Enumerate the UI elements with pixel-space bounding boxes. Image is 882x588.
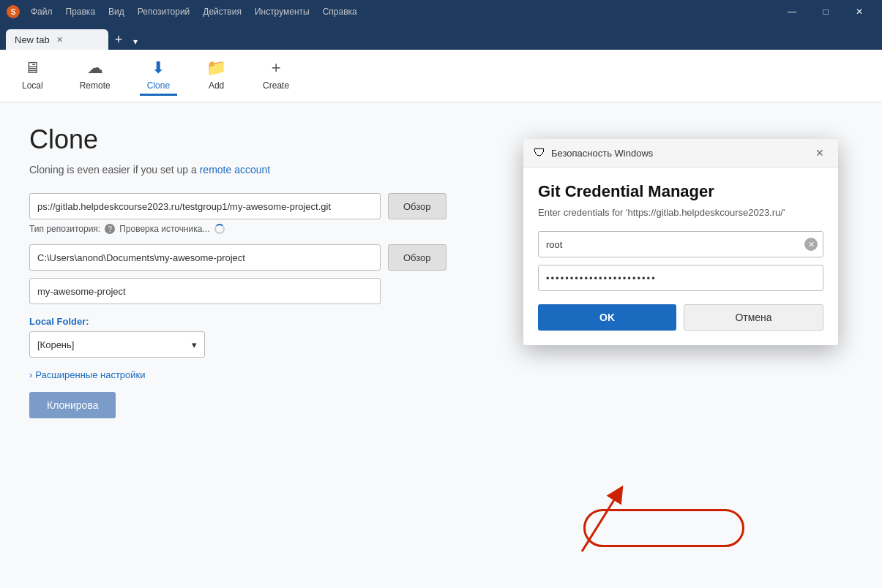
toolbar-clone[interactable]: ⬇ Clone (140, 56, 177, 96)
tab-label: New tab (15, 34, 50, 45)
toolbar-create[interactable]: + Create (255, 56, 296, 96)
dialog-subtitle: Enter credentials for 'https://gitlab.he… (538, 207, 823, 218)
username-input[interactable] (538, 231, 823, 257)
dialog-titlebar: 🛡 Безопасность Windows ✕ (523, 139, 838, 167)
tab-bar: New tab ✕ + ▾ (0, 23, 882, 50)
menu-repository[interactable]: Репозиторий (132, 4, 196, 20)
repo-name-input[interactable] (29, 278, 381, 304)
arrow-annotation-ok (560, 471, 648, 559)
minimize-button[interactable]: — (775, 0, 809, 23)
repo-type-label: Тип репозитория: (29, 224, 100, 234)
toolbar-create-label: Create (263, 80, 289, 91)
menu-help[interactable]: Справка (317, 4, 363, 20)
menu-edit[interactable]: Правка (60, 4, 102, 20)
window-controls: — □ ✕ (775, 0, 876, 23)
dialog-body: Git Credential Manager Enter credentials… (523, 167, 838, 345)
toolbar-remote[interactable]: ☁ Remote (72, 56, 118, 96)
password-input[interactable] (538, 265, 823, 291)
tab-close-button[interactable]: ✕ (54, 34, 66, 45)
menu-view[interactable]: Вид (102, 4, 130, 20)
shield-icon: 🛡 (534, 146, 545, 159)
url-input[interactable] (29, 193, 381, 219)
add-icon: 📁 (206, 59, 226, 78)
chevron-right-icon: › (29, 369, 32, 380)
remote-icon: ☁ (87, 59, 103, 78)
maximize-button[interactable]: □ (809, 0, 842, 23)
content-area: 🖥 Local ☁ Remote ⬇ Clone 📁 Add + Create … (0, 50, 882, 588)
ok-button-circle (583, 509, 744, 547)
clear-username-button[interactable]: ✕ (804, 238, 818, 251)
advanced-toggle[interactable]: › Расширенные настройки (29, 369, 853, 380)
new-tab-button[interactable]: + (108, 29, 129, 50)
folder-select-chevron: ▾ (192, 339, 197, 350)
menu-actions[interactable]: Действия (197, 4, 247, 20)
app-window: S Файл Правка Вид Репозиторий Действия И… (0, 0, 882, 588)
credential-dialog: 🛡 Безопасность Windows ✕ Git Credential … (523, 139, 838, 345)
local-icon: 🖥 (24, 59, 40, 78)
info-icon: ? (105, 224, 115, 234)
dialog-heading: Git Credential Manager (538, 182, 823, 201)
tab-dropdown-button[interactable]: ▾ (130, 34, 141, 50)
menu-bar: Файл Правка Вид Репозиторий Действия Инс… (25, 4, 363, 20)
menu-tools[interactable]: Инструменты (249, 4, 315, 20)
current-tab[interactable]: New tab ✕ (6, 29, 108, 50)
main-content: Clone Cloning is even easier if you set … (0, 102, 882, 588)
subtitle-text: Cloning is even easier if you set up a (29, 164, 197, 176)
titlebar: S Файл Правка Вид Репозиторий Действия И… (0, 0, 882, 23)
menu-file[interactable]: Файл (25, 4, 59, 20)
dialog-close-button[interactable]: ✕ (812, 145, 828, 161)
toolbar: 🖥 Local ☁ Remote ⬇ Clone 📁 Add + Create (0, 50, 882, 102)
folder-select-value: [Корень] (37, 339, 74, 350)
dialog-title: Безопасность Windows (551, 148, 806, 159)
toolbar-remote-label: Remote (80, 80, 111, 91)
dialog-footer: OK Отмена (538, 304, 823, 331)
local-path-input[interactable] (29, 244, 381, 271)
app-logo-icon: S (6, 4, 20, 19)
svg-text:S: S (11, 8, 16, 16)
close-button[interactable]: ✕ (842, 0, 876, 23)
clone-icon: ⬇ (152, 59, 165, 78)
browse-url-button[interactable]: Обзор (388, 193, 446, 219)
advanced-label: Расширенные настройки (35, 369, 145, 380)
toolbar-add-label: Add (209, 80, 224, 91)
toolbar-local[interactable]: 🖥 Local (15, 56, 51, 96)
ok-button[interactable]: OK (538, 304, 676, 331)
clone-button[interactable]: Клонирова (29, 392, 116, 418)
remote-account-link[interactable]: remote account (200, 164, 271, 176)
loading-spinner (214, 224, 225, 234)
toolbar-add[interactable]: 📁 Add (199, 56, 233, 96)
toolbar-local-label: Local (22, 80, 43, 91)
toolbar-clone-label: Clone (147, 80, 170, 91)
create-icon: + (272, 59, 281, 78)
username-wrapper: ✕ (538, 231, 823, 257)
browse-local-button[interactable]: Обзор (388, 244, 446, 271)
folder-select[interactable]: [Корень] ▾ (29, 331, 205, 358)
checking-label: Проверка источника... (119, 224, 209, 234)
password-wrapper (538, 265, 823, 291)
cancel-button[interactable]: Отмена (684, 304, 823, 331)
